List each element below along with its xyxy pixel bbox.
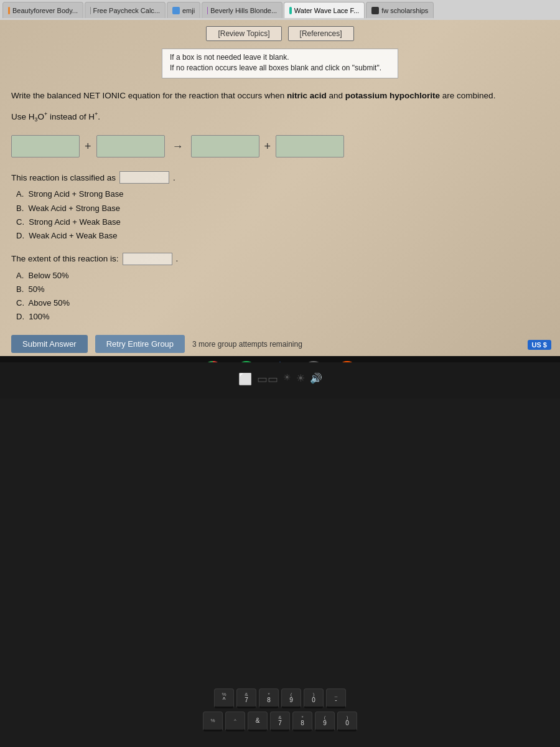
classification-label: This reaction is classified as .	[11, 171, 549, 184]
key-minus[interactable]: _ -	[326, 688, 346, 708]
key-8[interactable]: * 8	[292, 712, 312, 731]
screen-icon: ⬜	[238, 372, 252, 386]
laptop-body: ⬜ ▭▭ ☀ ☀ 🔊 % ^ & 7 * 8	[0, 362, 560, 747]
extent-section: The extent of this reaction is: . A. Bel…	[0, 245, 560, 326]
tab-fw[interactable]: fw scholarships	[366, 2, 434, 18]
key-openparen[interactable]: ( 9	[281, 688, 301, 708]
tab-favicon-5	[289, 7, 292, 14]
key-caret[interactable]: & 7	[236, 688, 256, 708]
extent-option-b[interactable]: B. 50%	[16, 283, 549, 296]
extent-blank[interactable]	[123, 253, 172, 265]
classification-options: A. Strong Acid + Strong Base B. Weak Aci…	[16, 187, 549, 242]
extent-options: A. Below 50% B. 50% C. Above 50% D. 100%	[16, 269, 549, 324]
keyboard-area: % ^ & 7 * 8 ( 9	[0, 398, 560, 747]
tab-references[interactable]: [References]	[288, 26, 354, 41]
tab-favicon-6	[371, 7, 379, 14]
equation-box-4[interactable]	[276, 135, 344, 157]
extent-option-d[interactable]: D. 100%	[16, 310, 549, 324]
tab-water-wave[interactable]: Water Wave Lace F...	[284, 2, 365, 18]
tab-favicon-1	[8, 7, 10, 14]
extent-option-a[interactable]: A. Below 50%	[16, 269, 549, 283]
classification-section: This reaction is classified as . A. Stro…	[0, 169, 560, 245]
key-closeparen[interactable]: ) 0	[304, 688, 324, 708]
question-area: [Review Topics] [References] If a box is…	[0, 20, 560, 356]
browser-tab-bar: Beautyforever Body... Free Paycheck Calc…	[0, 0, 560, 20]
submit-answer-button[interactable]: Submit Answer	[11, 335, 88, 353]
tab-beautyforever[interactable]: Beautyforever Body...	[2, 2, 83, 18]
instructions-box: If a box is not needed leave it blank. I…	[162, 49, 398, 78]
equation-box-1[interactable]	[11, 135, 80, 157]
key-7[interactable]: & 7	[270, 712, 290, 731]
brightness-up-icon: ☀	[296, 372, 305, 386]
equation-box-2[interactable]	[96, 135, 165, 157]
tab-review-topics[interactable]: [Review Topics]	[206, 26, 281, 41]
browser-content: [Review Topics] [References] If a box is…	[0, 20, 560, 356]
tab-favicon-3	[172, 7, 180, 14]
classification-blank[interactable]	[119, 171, 169, 184]
classify-option-b[interactable]: B. Weak Acid + Strong Base	[16, 202, 549, 215]
extent-option-c[interactable]: C. Above 50%	[16, 296, 549, 310]
key-9[interactable]: ( 9	[315, 712, 335, 731]
keyboard-row-special: % ^ & 7 * 8 ( 9	[214, 688, 346, 708]
classify-option-d[interactable]: D. Weak Acid + Weak Base	[16, 229, 549, 243]
tab-label-6: fw scholarships	[381, 7, 428, 14]
volume-mute-icon: 🔊	[310, 372, 322, 386]
equation-box-3[interactable]	[191, 135, 259, 157]
instruction-line-1: If a box is not needed leave it blank.	[170, 53, 390, 62]
extent-label: The extent of this reaction is: .	[11, 253, 549, 265]
equation-row: + → +	[0, 129, 560, 169]
keyboard-row-bottom: % ^ & & 7 *	[203, 712, 357, 731]
classify-option-c[interactable]: C. Strong Acid + Weak Base	[16, 215, 549, 229]
plus-sign-1: +	[85, 140, 91, 153]
brightness-down-icon: ☀	[283, 372, 291, 386]
tab-paycheck[interactable]: Free Paycheck Calc...	[85, 2, 166, 18]
key-percent-sign[interactable]: %	[203, 712, 223, 731]
tab-label-4: Beverly Hills Blonde...	[210, 7, 277, 14]
tab-label-3: emji	[182, 7, 195, 14]
key-caret-hat[interactable]: ^	[225, 712, 245, 731]
tab-label-1: Beautyforever Body...	[12, 7, 78, 14]
button-row: Submit Answer Retry Entire Group 3 more …	[0, 326, 560, 356]
retry-group-button[interactable]: Retry Entire Group	[95, 335, 185, 353]
arrow-sign: →	[170, 140, 186, 153]
classify-option-a[interactable]: A. Strong Acid + Strong Base	[16, 187, 549, 201]
key-asterisk[interactable]: * 8	[259, 688, 279, 708]
tab-emji[interactable]: emji	[167, 2, 200, 18]
key-ampersand[interactable]: &	[248, 712, 268, 731]
tab-label-2: Free Paycheck Calc...	[93, 7, 160, 14]
attempts-text: 3 more group attempts remaining	[192, 340, 302, 349]
us-badge: US $	[528, 340, 551, 350]
tab-label-5: Water Wave Lace F...	[294, 7, 359, 14]
window-icon: ▭▭	[257, 372, 278, 386]
instruction-line-2: If no reaction occurs leave all boxes bl…	[170, 63, 390, 72]
tab-beverly[interactable]: Beverly Hills Blonde...	[202, 2, 282, 18]
h3o-instruction: Use H3O+ instead of H+.	[0, 107, 560, 129]
plus-sign-2: +	[264, 140, 271, 153]
question-tabs: [Review Topics] [References]	[0, 20, 560, 46]
key-percent[interactable]: % ^	[214, 688, 234, 708]
tab-favicon-4	[207, 7, 208, 14]
question-text: Write the balanced NET IONIC equation fo…	[0, 81, 560, 107]
key-0[interactable]: ) 0	[337, 712, 357, 731]
